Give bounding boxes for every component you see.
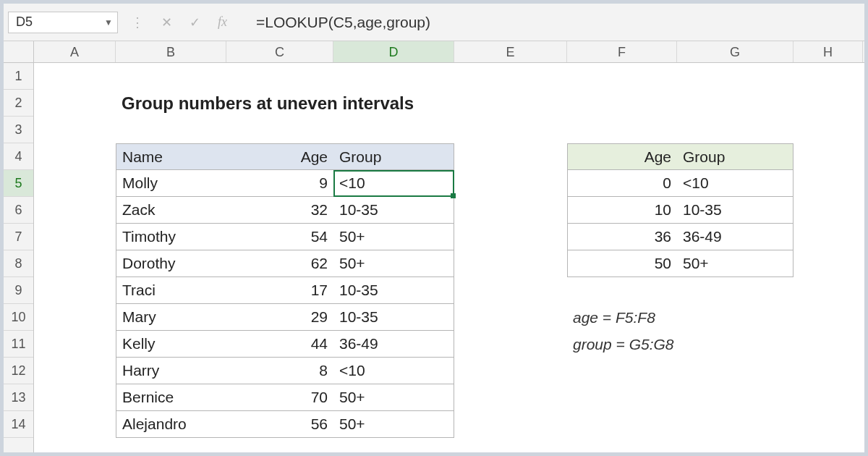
table-row[interactable]: 0 [567, 170, 677, 197]
table-row[interactable]: Molly [116, 170, 226, 197]
table-row[interactable]: 54 [226, 224, 333, 250]
table-row[interactable]: Dorothy [116, 250, 226, 277]
col-header-A[interactable]: A [34, 41, 116, 62]
row-header-13[interactable]: 13 [4, 384, 33, 411]
sheet-title: Group numbers at uneven intervals [116, 90, 477, 117]
formula-bar: D5 ▼ ⋮ ✕ ✓ fx =LOOKUP(C5,age,group) [4, 4, 864, 41]
col-header-C[interactable]: C [226, 41, 333, 62]
row-header-5[interactable]: 5 [4, 170, 33, 197]
table-row[interactable]: 10-35 [333, 304, 454, 331]
row-header-10[interactable]: 10 [4, 304, 33, 331]
row-header-2[interactable]: 2 [4, 90, 33, 117]
app-window: D5 ▼ ⋮ ✕ ✓ fx =LOOKUP(C5,age,group) A B … [0, 0, 868, 456]
table-row[interactable]: Bernice [116, 384, 226, 411]
row-header-8[interactable]: 8 [4, 250, 33, 277]
row-headers: 1 2 3 4 5 6 7 8 9 10 11 12 13 14 [4, 63, 34, 452]
chevron-down-icon[interactable]: ▼ [104, 17, 113, 28]
row-header-14[interactable]: 14 [4, 411, 33, 438]
table-row[interactable]: 50+ [333, 250, 454, 277]
table-row[interactable]: 36-49 [677, 224, 793, 250]
col-header-H[interactable]: H [793, 41, 863, 62]
dots-icon: ⋮ [131, 14, 144, 30]
table-row[interactable]: 8 [226, 358, 333, 384]
grid-body: 1 2 3 4 5 6 7 8 9 10 11 12 13 14 Group n… [4, 63, 864, 452]
table-row[interactable]: 36-49 [333, 331, 454, 358]
table-row[interactable]: <10 [333, 170, 454, 197]
table-row[interactable]: 62 [226, 250, 333, 277]
col-header-G[interactable]: G [677, 41, 793, 62]
main-header-name[interactable]: Name [116, 143, 226, 170]
main-header-age[interactable]: Age [226, 143, 333, 170]
table-row[interactable]: 17 [226, 277, 333, 304]
table-row[interactable]: <10 [333, 358, 454, 384]
table-row[interactable]: 50+ [333, 384, 454, 411]
table-row[interactable]: 50+ [333, 411, 454, 438]
name-box[interactable]: D5 ▼ [8, 12, 118, 33]
table-row[interactable]: 32 [226, 197, 333, 224]
table-row[interactable]: 50+ [333, 224, 454, 250]
cells-area[interactable]: Group numbers at uneven intervals Name A… [34, 63, 864, 452]
row-header-7[interactable]: 7 [4, 224, 33, 250]
row-header-1[interactable]: 1 [4, 63, 33, 90]
main-header-group[interactable]: Group [333, 143, 454, 170]
accept-formula-button[interactable]: ✓ [190, 14, 200, 30]
row-header-3[interactable]: 3 [4, 117, 33, 143]
row-header-4[interactable]: 4 [4, 143, 33, 170]
formula-bar-buttons: ⋮ ✕ ✓ fx [131, 14, 233, 30]
table-row[interactable]: Zack [116, 197, 226, 224]
row-header-9[interactable]: 9 [4, 277, 33, 304]
table-row[interactable]: Harry [116, 358, 226, 384]
table-row[interactable]: 29 [226, 304, 333, 331]
col-header-F[interactable]: F [567, 41, 677, 62]
row-header-11[interactable]: 11 [4, 331, 33, 358]
table-row[interactable]: Traci [116, 277, 226, 304]
table-row[interactable]: Timothy [116, 224, 226, 250]
formula-input[interactable]: =LOOKUP(C5,age,group) [242, 14, 864, 31]
table-row[interactable]: 44 [226, 331, 333, 358]
column-headers: A B C D E F G H [4, 41, 864, 63]
col-header-E[interactable]: E [454, 41, 567, 62]
col-header-D[interactable]: D [333, 41, 454, 62]
cancel-formula-button[interactable]: ✕ [161, 14, 172, 30]
table-row[interactable]: 10 [567, 197, 677, 224]
table-row[interactable]: Kelly [116, 331, 226, 358]
named-range-note-group: group = G5:G8 [567, 331, 784, 358]
col-header-B[interactable]: B [116, 41, 226, 62]
row-header-12[interactable]: 12 [4, 358, 33, 384]
lookup-header-group[interactable]: Group [677, 143, 793, 170]
named-range-note-age: age = F5:F8 [567, 304, 784, 331]
name-box-value: D5 [16, 14, 33, 30]
select-all-corner[interactable] [4, 41, 34, 62]
table-row[interactable]: 56 [226, 411, 333, 438]
table-row[interactable]: 9 [226, 170, 333, 197]
table-row[interactable]: Mary [116, 304, 226, 331]
table-row[interactable]: 10-35 [677, 197, 793, 224]
table-row[interactable]: Alejandro [116, 411, 226, 438]
table-row[interactable]: 50+ [677, 250, 793, 277]
insert-function-button[interactable]: fx [218, 14, 227, 30]
lookup-header-age[interactable]: Age [567, 143, 677, 170]
table-row[interactable]: 10-35 [333, 277, 454, 304]
table-row[interactable]: 70 [226, 384, 333, 411]
table-row[interactable]: <10 [677, 170, 793, 197]
row-header-6[interactable]: 6 [4, 197, 33, 224]
table-row[interactable]: 36 [567, 224, 677, 250]
table-row[interactable]: 10-35 [333, 197, 454, 224]
table-row[interactable]: 50 [567, 250, 677, 277]
